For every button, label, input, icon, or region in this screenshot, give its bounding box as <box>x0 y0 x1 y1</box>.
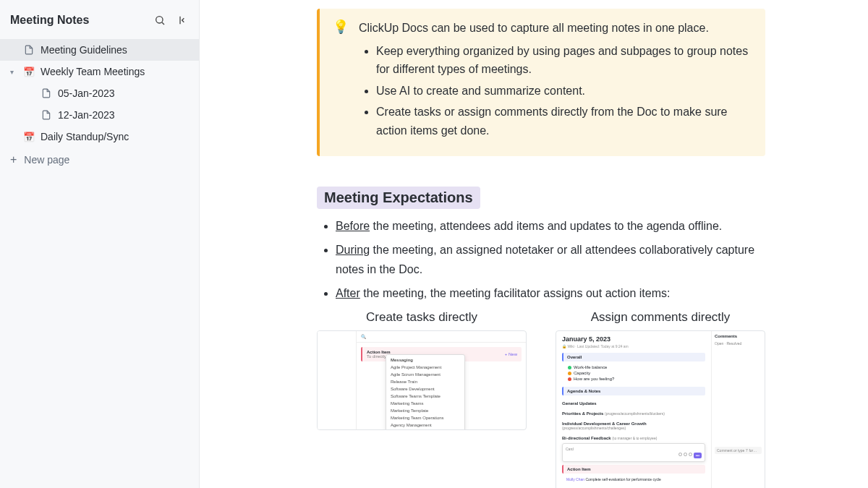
search-icon[interactable] <box>153 13 167 27</box>
svg-line-1 <box>162 22 164 25</box>
sidebar-item-meeting-guidelines[interactable]: Meeting Guidelines <box>0 39 199 61</box>
underline-word: During <box>336 244 370 256</box>
page-tree: Meeting Guidelines ▾ 📅 Weekly Team Meeti… <box>0 38 199 172</box>
expectations-list: Before the meeting, attendees add items … <box>317 216 765 304</box>
column-right: Assign comments directly January 5, 2023… <box>556 310 765 488</box>
callout-bullet: Use AI to create and summarize content. <box>376 82 751 100</box>
new-page-label: New page <box>24 154 69 166</box>
callout-bullet: Create tasks or assign comments directly… <box>376 103 751 140</box>
main-content: 💡 ClickUp Docs can be used to capture al… <box>200 0 868 488</box>
svg-point-0 <box>156 17 163 23</box>
sidebar-item-daily-standup[interactable]: 📅 Daily Standup/Sync <box>0 126 199 147</box>
list-item[interactable]: Before the meeting, attendees add items … <box>336 216 765 236</box>
sidebar-item-weekly-team-meetings[interactable]: ▾ 📅 Weekly Team Meetings <box>0 61 199 82</box>
sidebar-item-label: Daily Standup/Sync <box>41 131 129 142</box>
list-item-text: the meeting, the meeting facilitator ass… <box>360 287 671 299</box>
sidebar-item-label: 05-Jan-2023 <box>58 87 115 99</box>
calendar-icon: 📅 <box>23 67 35 77</box>
sidebar: Meeting Notes Meeting Guidelines ▾ 📅 Wee… <box>0 0 200 488</box>
underline-word: After <box>336 287 360 299</box>
underline-word: Before <box>336 220 370 232</box>
new-page-button[interactable]: + New page <box>0 147 199 172</box>
sidebar-header: Meeting Notes <box>0 0 199 38</box>
callout-bullet: Keep everything organized by using pages… <box>376 42 751 79</box>
sidebar-item-label: Meeting Guidelines <box>41 44 127 56</box>
page-icon <box>41 88 52 98</box>
calendar-icon: 📅 <box>23 132 35 142</box>
thumb-search: 🔍 <box>357 331 526 343</box>
thumb-block: Overall <box>562 353 705 361</box>
sidebar-item-12-jan-2023[interactable]: 12-Jan-2023 <box>0 104 199 126</box>
sidebar-actions <box>153 13 189 27</box>
thumb-block: Agenda & Notes <box>562 387 705 395</box>
list-item[interactable]: During the meeting, an assigned notetake… <box>336 240 765 279</box>
callout-body: ClickUp Docs can be used to capture all … <box>359 19 751 143</box>
column-title: Assign comments directly <box>591 310 731 325</box>
column-title: Create tasks directly <box>366 310 477 325</box>
sidebar-item-label: 12-Jan-2023 <box>58 109 115 121</box>
column-left: Create tasks directly 🔍 Action Item To d… <box>317 310 527 488</box>
collapse-sidebar-icon[interactable] <box>174 13 189 27</box>
thumb-comments-panel: Comments Open · Resolved Comment or type… <box>711 331 765 488</box>
two-column-layout: Create tasks directly 🔍 Action Item To d… <box>317 310 765 488</box>
thumb-meta: 🔒 Wiki · Last Updated: Today at 9:24 am <box>562 344 705 348</box>
screenshot-create-tasks[interactable]: 🔍 Action Item To directly create + New M… <box>317 330 527 430</box>
list-item[interactable]: After the meeting, the meeting facilitat… <box>336 283 765 303</box>
thumb-action-block: Action Item <box>562 465 705 474</box>
sidebar-item-05-jan-2023[interactable]: 05-Jan-2023 <box>0 82 199 104</box>
sidebar-item-label: Weekly Team Meetings <box>41 66 145 77</box>
plus-icon: + <box>10 153 17 166</box>
sidebar-title: Meeting Notes <box>10 14 89 27</box>
page-icon <box>41 110 52 120</box>
callout-block[interactable]: 💡 ClickUp Docs can be used to capture al… <box>317 9 765 156</box>
screenshot-assign-comments[interactable]: January 5, 2023 🔒 Wiki · Last Updated: T… <box>556 330 765 488</box>
list-item-text: the meeting, attendees add items and upd… <box>370 220 722 232</box>
chevron-down-icon[interactable]: ▾ <box>10 68 17 76</box>
page-icon <box>23 45 35 55</box>
lightbulb-icon: 💡 <box>333 19 349 143</box>
list-item-text: the meeting, an assigned notetaker or al… <box>336 244 754 275</box>
section-heading[interactable]: Meeting Expectations <box>317 187 480 209</box>
thumb-popup: Card ••• <box>562 443 705 462</box>
thumb-date: January 5, 2023 <box>562 335 705 343</box>
callout-lead: ClickUp Docs can be used to capture all … <box>359 19 751 38</box>
thumb-dropdown: Messaging Agile Project Management Agile… <box>386 354 465 430</box>
